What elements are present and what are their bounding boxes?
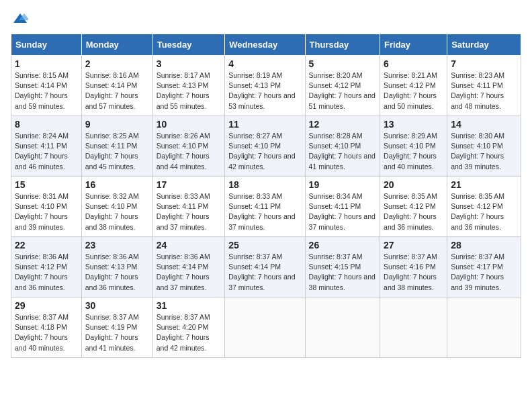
day-number: 28 (451, 240, 517, 250)
weekday-header-sunday: Sunday (11, 34, 82, 56)
day-info: Sunrise: 8:23 AMSunset: 4:11 PMDaylight:… (451, 71, 504, 110)
day-number: 19 (309, 179, 376, 190)
week-row-3: 15 Sunrise: 8:31 AMSunset: 4:10 PMDaylig… (11, 177, 521, 237)
day-info: Sunrise: 8:36 AMSunset: 4:12 PMDaylight:… (15, 253, 69, 291)
day-info: Sunrise: 8:33 AMSunset: 4:11 PMDaylight:… (228, 192, 295, 231)
calendar-cell: 4 Sunrise: 8:19 AMSunset: 4:13 PMDayligh… (225, 56, 305, 116)
day-number: 13 (384, 119, 443, 130)
calendar-cell: 3 Sunrise: 8:17 AMSunset: 4:13 PMDayligh… (152, 56, 225, 116)
weekday-header-saturday: Saturday (447, 34, 521, 56)
day-info: Sunrise: 8:37 AMSunset: 4:19 PMDaylight:… (85, 313, 139, 352)
day-info: Sunrise: 8:17 AMSunset: 4:13 PMDaylight:… (157, 71, 210, 110)
calendar-cell: 5 Sunrise: 8:20 AMSunset: 4:12 PMDayligh… (305, 56, 380, 116)
day-info: Sunrise: 8:36 AMSunset: 4:13 PMDaylight:… (85, 253, 139, 291)
day-info: Sunrise: 8:21 AMSunset: 4:12 PMDaylight:… (384, 71, 437, 110)
day-number: 12 (309, 119, 376, 130)
calendar-cell: 29 Sunrise: 8:37 AMSunset: 4:18 PMDaylig… (11, 298, 82, 358)
day-number: 18 (228, 179, 301, 190)
weekday-header-wednesday: Wednesday (225, 34, 305, 56)
weekday-header-thursday: Thursday (305, 34, 380, 56)
calendar-cell: 21 Sunrise: 8:35 AMSunset: 4:12 PMDaylig… (447, 177, 521, 237)
day-info: Sunrise: 8:33 AMSunset: 4:11 PMDaylight:… (157, 192, 210, 231)
day-number: 26 (309, 240, 376, 250)
day-number: 4 (228, 58, 301, 69)
calendar-cell: 18 Sunrise: 8:33 AMSunset: 4:11 PMDaylig… (225, 177, 305, 237)
day-number: 1 (15, 58, 78, 69)
calendar-cell (380, 298, 447, 358)
day-info: Sunrise: 8:30 AMSunset: 4:10 PMDaylight:… (451, 132, 504, 171)
day-number: 11 (228, 119, 301, 130)
day-info: Sunrise: 8:35 AMSunset: 4:12 PMDaylight:… (451, 192, 504, 231)
day-info: Sunrise: 8:31 AMSunset: 4:10 PMDaylight:… (15, 192, 69, 231)
day-number: 21 (451, 179, 517, 190)
day-number: 22 (15, 240, 78, 250)
day-number: 23 (85, 240, 149, 250)
day-info: Sunrise: 8:37 AMSunset: 4:18 PMDaylight:… (15, 313, 69, 352)
calendar-cell: 20 Sunrise: 8:35 AMSunset: 4:12 PMDaylig… (380, 177, 447, 237)
day-number: 16 (85, 179, 149, 190)
calendar-cell: 13 Sunrise: 8:29 AMSunset: 4:10 PMDaylig… (380, 116, 447, 177)
day-number: 14 (451, 119, 517, 130)
calendar-cell: 7 Sunrise: 8:23 AMSunset: 4:11 PMDayligh… (447, 56, 521, 116)
calendar-cell: 23 Sunrise: 8:36 AMSunset: 4:13 PMDaylig… (81, 237, 152, 298)
day-info: Sunrise: 8:37 AMSunset: 4:16 PMDaylight:… (384, 253, 437, 291)
week-row-2: 8 Sunrise: 8:24 AMSunset: 4:11 PMDayligh… (11, 116, 521, 177)
weekday-header-monday: Monday (81, 34, 152, 56)
day-info: Sunrise: 8:27 AMSunset: 4:10 PMDaylight:… (228, 132, 295, 171)
day-info: Sunrise: 8:32 AMSunset: 4:10 PMDaylight:… (85, 192, 139, 231)
calendar-cell: 17 Sunrise: 8:33 AMSunset: 4:11 PMDaylig… (152, 177, 225, 237)
calendar-cell: 16 Sunrise: 8:32 AMSunset: 4:10 PMDaylig… (81, 177, 152, 237)
calendar-table: SundayMondayTuesdayWednesdayThursdayFrid… (11, 34, 521, 358)
calendar-cell: 31 Sunrise: 8:37 AMSunset: 4:20 PMDaylig… (152, 298, 225, 358)
day-number: 15 (15, 179, 78, 190)
day-number: 2 (85, 58, 149, 69)
day-number: 31 (157, 300, 222, 311)
day-info: Sunrise: 8:28 AMSunset: 4:10 PMDaylight:… (309, 132, 375, 171)
day-number: 17 (157, 179, 222, 190)
day-number: 24 (157, 240, 222, 250)
calendar-cell: 22 Sunrise: 8:36 AMSunset: 4:12 PMDaylig… (11, 237, 82, 298)
day-number: 29 (15, 300, 78, 311)
calendar-cell: 27 Sunrise: 8:37 AMSunset: 4:16 PMDaylig… (380, 237, 447, 298)
logo (11, 11, 28, 27)
calendar-cell: 10 Sunrise: 8:26 AMSunset: 4:10 PMDaylig… (152, 116, 225, 177)
week-row-5: 29 Sunrise: 8:37 AMSunset: 4:18 PMDaylig… (11, 298, 521, 358)
day-info: Sunrise: 8:15 AMSunset: 4:14 PMDaylight:… (15, 71, 69, 110)
day-info: Sunrise: 8:37 AMSunset: 4:14 PMDaylight:… (228, 253, 295, 291)
weekday-header-tuesday: Tuesday (152, 34, 225, 56)
day-number: 20 (384, 179, 443, 190)
day-number: 9 (85, 119, 149, 130)
calendar-cell (225, 298, 305, 358)
day-info: Sunrise: 8:37 AMSunset: 4:17 PMDaylight:… (451, 253, 504, 291)
day-info: Sunrise: 8:20 AMSunset: 4:12 PMDaylight:… (309, 71, 375, 110)
day-info: Sunrise: 8:36 AMSunset: 4:14 PMDaylight:… (157, 253, 210, 291)
calendar-cell (447, 298, 521, 358)
day-info: Sunrise: 8:16 AMSunset: 4:14 PMDaylight:… (85, 71, 139, 110)
weekday-header-friday: Friday (380, 34, 447, 56)
calendar-cell: 8 Sunrise: 8:24 AMSunset: 4:11 PMDayligh… (11, 116, 82, 177)
calendar-cell: 26 Sunrise: 8:37 AMSunset: 4:15 PMDaylig… (305, 237, 380, 298)
day-number: 27 (384, 240, 443, 250)
calendar-cell: 11 Sunrise: 8:27 AMSunset: 4:10 PMDaylig… (225, 116, 305, 177)
day-info: Sunrise: 8:35 AMSunset: 4:12 PMDaylight:… (384, 192, 437, 231)
header (11, 11, 521, 27)
day-number: 5 (309, 58, 376, 69)
day-info: Sunrise: 8:19 AMSunset: 4:13 PMDaylight:… (228, 71, 295, 110)
calendar-cell: 1 Sunrise: 8:15 AMSunset: 4:14 PMDayligh… (11, 56, 82, 116)
calendar-cell: 2 Sunrise: 8:16 AMSunset: 4:14 PMDayligh… (81, 56, 152, 116)
weekday-header-row: SundayMondayTuesdayWednesdayThursdayFrid… (11, 34, 521, 56)
day-info: Sunrise: 8:37 AMSunset: 4:15 PMDaylight:… (309, 253, 375, 291)
day-number: 6 (384, 58, 443, 69)
week-row-1: 1 Sunrise: 8:15 AMSunset: 4:14 PMDayligh… (11, 56, 521, 116)
day-number: 8 (15, 119, 78, 130)
day-info: Sunrise: 8:34 AMSunset: 4:11 PMDaylight:… (309, 192, 375, 231)
day-info: Sunrise: 8:24 AMSunset: 4:11 PMDaylight:… (15, 132, 69, 171)
calendar-cell: 19 Sunrise: 8:34 AMSunset: 4:11 PMDaylig… (305, 177, 380, 237)
calendar-cell: 14 Sunrise: 8:30 AMSunset: 4:10 PMDaylig… (447, 116, 521, 177)
day-info: Sunrise: 8:25 AMSunset: 4:11 PMDaylight:… (85, 132, 139, 171)
calendar-cell: 28 Sunrise: 8:37 AMSunset: 4:17 PMDaylig… (447, 237, 521, 298)
day-info: Sunrise: 8:26 AMSunset: 4:10 PMDaylight:… (157, 132, 210, 171)
day-number: 10 (157, 119, 222, 130)
calendar-cell: 24 Sunrise: 8:36 AMSunset: 4:14 PMDaylig… (152, 237, 225, 298)
day-info: Sunrise: 8:29 AMSunset: 4:10 PMDaylight:… (384, 132, 437, 171)
